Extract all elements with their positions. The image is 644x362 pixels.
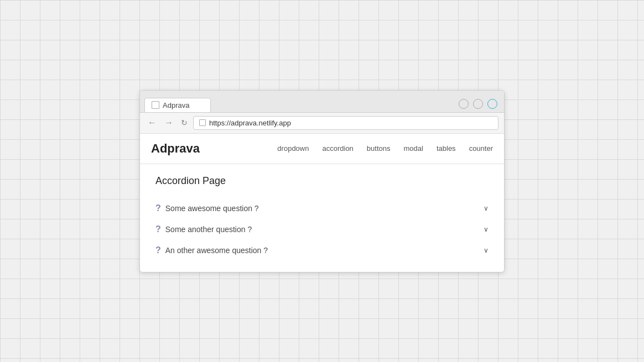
accordion-label-2: Some another question ? [165, 225, 477, 234]
accordion-icon-3: ? [155, 245, 161, 255]
accordion-chevron-1: ∨ [484, 204, 489, 212]
nav-link-counter[interactable]: counter [469, 144, 493, 153]
close-button[interactable] [487, 99, 497, 109]
browser-tab[interactable]: Adprava [144, 98, 211, 112]
accordion-icon-1: ? [155, 203, 161, 213]
webpage-nav: Adprava dropdown accordion buttons modal… [140, 134, 504, 164]
refresh-button[interactable]: ↻ [179, 117, 190, 128]
webpage-content: Adprava dropdown accordion buttons modal… [140, 134, 504, 272]
nav-link-tables[interactable]: tables [437, 144, 456, 153]
accordion-label-1: Some awesome question ? [165, 204, 477, 213]
browser-controls-bar: ← → ↻ https://adprava.netlify.app [140, 113, 504, 134]
accordion-chevron-2: ∨ [484, 225, 489, 233]
webpage-brand: Adprava [151, 141, 200, 156]
maximize-button[interactable] [473, 99, 483, 109]
accordion-item-1[interactable]: ? Some awesome question ? ∨ [155, 198, 489, 219]
webpage-body: Accordion Page ? Some awesome question ?… [140, 164, 504, 272]
back-button[interactable]: ← [146, 117, 159, 129]
tab-title: Adprava [163, 101, 189, 109]
browser-window: Adprava ← → ↻ https://adprava.netlify.ap… [139, 90, 505, 272]
nav-link-modal[interactable]: modal [404, 144, 423, 153]
tab-favicon [152, 101, 159, 109]
webpage-nav-links: dropdown accordion buttons modal tables … [277, 144, 493, 153]
accordion-item-2[interactable]: ? Some another question ? ∨ [155, 219, 489, 240]
nav-link-dropdown[interactable]: dropdown [277, 144, 309, 153]
forward-button[interactable]: → [162, 117, 175, 129]
nav-link-accordion[interactable]: accordion [322, 144, 353, 153]
accordion-icon-2: ? [155, 224, 161, 234]
url-text: https://adprava.netlify.app [209, 119, 291, 127]
accordion-item-3[interactable]: ? An other awesome question ? ∨ [155, 240, 489, 261]
url-favicon-icon [199, 119, 206, 126]
accordion-chevron-3: ∨ [484, 246, 489, 254]
accordion-label-3: An other awesome question ? [165, 246, 477, 255]
nav-link-buttons[interactable]: buttons [367, 144, 391, 153]
tab-bar: Adprava [140, 91, 504, 113]
url-bar[interactable]: https://adprava.netlify.app [193, 116, 498, 130]
page-title: Accordion Page [155, 175, 489, 187]
minimize-button[interactable] [459, 99, 469, 109]
